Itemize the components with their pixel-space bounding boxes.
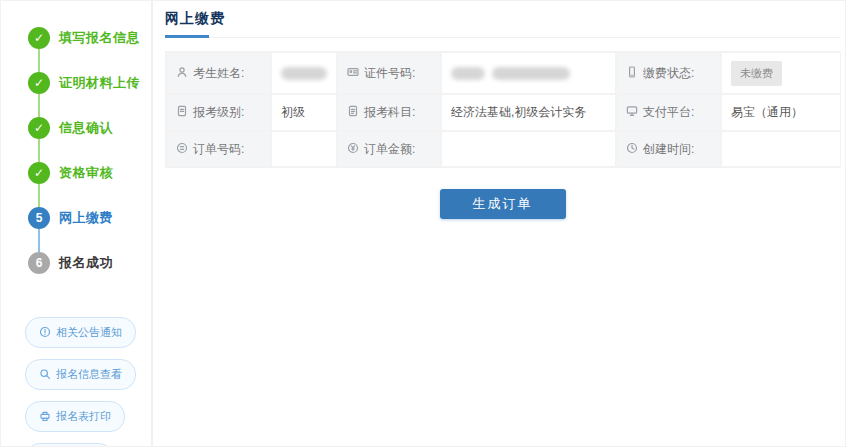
check-icon: ✓: [28, 117, 50, 139]
payment-status-label: 缴费状态:: [616, 52, 721, 94]
announcements-button[interactable]: 相关公告通知: [25, 317, 136, 348]
step-fill-info: ✓ 填写报名信息: [1, 15, 151, 60]
payment-info-table: 考生姓名: 证件号码: 缴费状态: 未缴费 报考级别: 初级: [165, 51, 840, 168]
step-label: 信息确认: [59, 119, 113, 137]
order-amount-icon: [347, 142, 359, 157]
step-label: 报名成功: [59, 254, 113, 272]
create-time-label: 创建时间:: [616, 131, 721, 167]
candidate-name-label: 考生姓名:: [166, 52, 271, 94]
step-number-badge: 6: [28, 252, 50, 274]
level-icon: [176, 105, 188, 120]
step-confirm-info: ✓ 信息确认: [1, 105, 151, 150]
create-time-value: [721, 131, 841, 167]
textbook-order-button[interactable]: 教材订购: [25, 443, 114, 447]
order-amount-value: [441, 131, 616, 167]
step-number-badge: 5: [28, 207, 50, 229]
generate-order-button[interactable]: 生成订单: [440, 189, 566, 219]
payment-platform-value: 易宝（通用）: [721, 94, 841, 131]
quick-links: 相关公告通知 报名信息查看 报名表打印 教材订购: [1, 317, 151, 447]
step-upload-materials: ✓ 证明材料上传: [1, 60, 151, 105]
order-number-label: 订单号码:: [166, 131, 271, 167]
id-number-label: 证件号码:: [337, 52, 441, 94]
quick-link-label: 报名表打印: [56, 409, 111, 424]
step-registration-success: 6 报名成功: [1, 240, 151, 285]
button-row: 生成订单: [165, 189, 840, 219]
order-number-value: [271, 131, 337, 167]
subject-icon: [347, 105, 359, 120]
print-registration-form-button[interactable]: 报名表打印: [25, 401, 125, 432]
step-online-payment: 5 网上缴费: [1, 195, 151, 240]
platform-icon: [626, 105, 638, 120]
check-icon: ✓: [28, 27, 50, 49]
payment-status-icon: [626, 66, 638, 81]
tab-online-payment[interactable]: 网上缴费: [165, 10, 225, 28]
redacted-id-part: [492, 67, 570, 80]
exam-subjects-label: 报考科目:: [337, 94, 441, 131]
step-label: 资格审核: [59, 164, 113, 182]
id-card-icon: [347, 66, 359, 81]
step-qualification-review: ✓ 资格审核: [1, 150, 151, 195]
printer-icon: [39, 410, 51, 424]
order-number-icon: [176, 142, 188, 157]
active-tab-indicator: [165, 35, 209, 38]
search-icon: [39, 368, 51, 382]
check-icon: ✓: [28, 72, 50, 94]
announcement-icon: [39, 326, 51, 340]
step-label: 证明材料上传: [59, 74, 140, 92]
order-amount-label: 订单金额:: [337, 131, 441, 167]
payment-platform-label: 支付平台:: [616, 94, 721, 131]
payment-panel: 网上缴费 考生姓名: 证件号码: 缴费状态: 未缴费 报考级别:: [153, 1, 846, 446]
person-icon: [176, 66, 188, 81]
exam-level-label: 报考级别:: [166, 94, 271, 131]
exam-subjects-value: 经济法基础,初级会计实务: [441, 94, 616, 131]
check-icon: ✓: [28, 162, 50, 184]
quick-link-label: 报名信息查看: [56, 367, 122, 382]
create-time-icon: [626, 142, 638, 157]
payment-status-value: 未缴费: [721, 52, 841, 94]
redacted-id-part: [451, 67, 485, 80]
unpaid-status-badge: 未缴费: [731, 61, 782, 86]
id-number-value: [441, 52, 616, 94]
registration-stepper: ✓ 填写报名信息 ✓ 证明材料上传 ✓ 信息确认 ✓ 资格审核 5 网上缴费 6…: [1, 15, 151, 285]
tab-header: 网上缴费: [165, 9, 840, 38]
exam-level-value: 初级: [271, 94, 337, 131]
sidebar: ✓ 填写报名信息 ✓ 证明材料上传 ✓ 信息确认 ✓ 资格审核 5 网上缴费 6…: [1, 1, 153, 446]
step-label: 网上缴费: [59, 209, 113, 227]
quick-link-label: 相关公告通知: [56, 325, 122, 340]
redacted-name: [281, 67, 327, 80]
step-label: 填写报名信息: [59, 29, 140, 47]
view-registration-info-button[interactable]: 报名信息查看: [25, 359, 136, 390]
candidate-name-value: [271, 52, 337, 94]
